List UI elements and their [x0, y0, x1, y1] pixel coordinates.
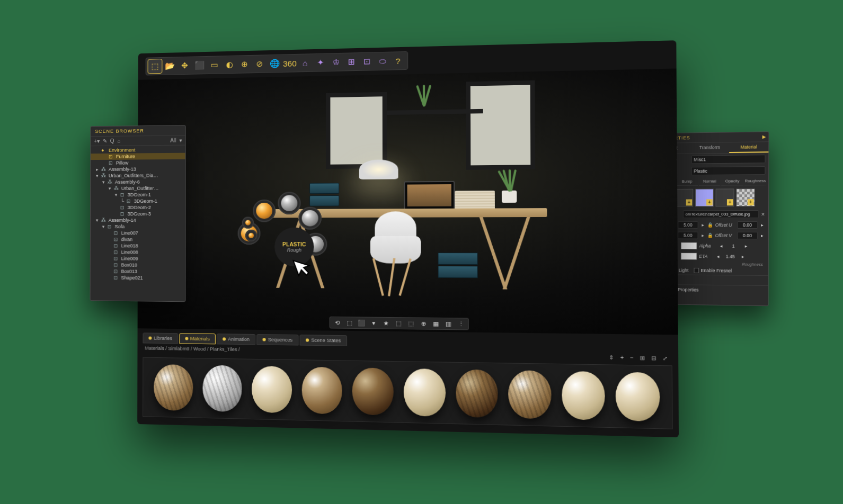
toolbar-button-0[interactable]: ⬚ [148, 59, 162, 73]
material-thumb[interactable] [562, 371, 605, 420]
tab-libraries[interactable]: Libraries [143, 332, 178, 344]
material-thumb[interactable] [154, 364, 193, 411]
viewport-tool-6[interactable]: ⬚ [405, 318, 417, 329]
scale-u-stepper[interactable]: ▸ [700, 222, 706, 228]
toolbar-button-14[interactable]: ⊡ [360, 54, 374, 68]
tree-item[interactable]: ▾⁂Urban_Outfitters_Dia… [91, 172, 185, 179]
tree-item[interactable]: └⊡3DGeom-1 [91, 198, 185, 204]
tree-twisty-icon[interactable]: ▾ [101, 179, 105, 185]
toolbar-button-8[interactable]: 🌐 [268, 57, 282, 71]
tree-twisty-icon[interactable]: ▾ [95, 173, 99, 178]
normal-swatch[interactable]: + [695, 189, 714, 207]
toolbar-button-13[interactable]: ⊞ [344, 55, 358, 69]
tree-item[interactable]: ▾⁂Urban_Outfitter… [91, 185, 185, 192]
material-thumb[interactable] [456, 369, 498, 418]
roughness-swatch[interactable]: + [736, 188, 755, 206]
viewport-tool-1[interactable]: ⬚ [343, 317, 356, 328]
scale-v-input[interactable]: 5.00 [678, 232, 698, 239]
scale-u-input[interactable]: 5.00 [678, 221, 698, 229]
toolbar-button-3[interactable]: ⬛ [192, 58, 206, 73]
viewport-tool-10[interactable]: ⋮ [455, 318, 467, 329]
viewport-3d[interactable]: PLASTIC Rough [138, 68, 678, 335]
material-thumb[interactable] [404, 368, 446, 417]
tree-item[interactable]: ▸⁂Assembly-13 [91, 166, 185, 173]
toolbar-button-16[interactable]: ? [391, 53, 405, 68]
map-tab-roughness[interactable]: Roughness [744, 177, 767, 185]
bump-swatch[interactable]: + [675, 189, 694, 207]
material-thumb[interactable] [202, 365, 242, 412]
toolbar-button-1[interactable]: 📂 [163, 59, 176, 73]
tree-item[interactable]: ⊡Line018 [91, 242, 185, 249]
map-tab-normal[interactable]: Normal [699, 178, 721, 186]
material-thumb[interactable] [616, 372, 660, 422]
tree-item[interactable]: ⊡Pillow [91, 159, 185, 166]
radial-option-chrome[interactable] [298, 207, 322, 230]
lock-v-icon[interactable]: 🔒 [707, 233, 713, 238]
toolbar-button-12[interactable]: ♔ [329, 55, 343, 69]
toolbar-button-7[interactable]: ⊘ [252, 57, 267, 71]
sb-edit-icon[interactable]: ✎ [103, 138, 107, 144]
type-select[interactable]: Plastic [691, 166, 766, 175]
alpha-dec[interactable]: ◂ [718, 244, 724, 249]
tab-animation[interactable]: Animation [217, 334, 255, 345]
radial-option-small-1[interactable] [242, 217, 254, 228]
strip-tool-icons[interactable]: ⇕ + − ⊞ ⊟ ⤢ [609, 354, 670, 361]
sb-search-icon[interactable]: Q [110, 138, 114, 144]
material-strip[interactable] [143, 357, 672, 429]
tree-item[interactable]: ⊡3DGeom-3 [91, 211, 185, 217]
eta-value[interactable]: 1.45 [722, 254, 739, 259]
tree-item[interactable]: ▾⁂Assembly-6 [91, 178, 185, 185]
lock-u-icon[interactable]: 🔒 [707, 222, 713, 228]
tree-twisty-icon[interactable]: └ [120, 199, 125, 204]
toolbar-button-4[interactable]: ▭ [207, 58, 221, 72]
toolbar-button-5[interactable]: ◐ [223, 58, 236, 72]
tree-item[interactable]: ⊡Line007 [91, 230, 185, 237]
reflection-chip[interactable] [681, 253, 697, 260]
panel-collapse-icon[interactable]: ▶ [762, 134, 767, 139]
sb-filter-chevron-icon[interactable]: ▾ [179, 137, 182, 143]
tree-item[interactable]: ⊡Line008 [91, 249, 185, 256]
scene-browser-panel[interactable]: Scene Browser +▾ ✎ Q ⌂ All ▾ ●Environmen… [90, 125, 186, 302]
toolbar-button-15[interactable]: ⬭ [375, 54, 389, 68]
viewport-tool-3[interactable]: ▾ [368, 318, 380, 329]
radial-option-small-2[interactable] [245, 230, 257, 241]
offset-u-input[interactable]: 0.00 [737, 221, 758, 229]
eta-dec[interactable]: ◂ [715, 254, 721, 259]
opacity-swatch[interactable]: + [716, 188, 734, 206]
radial-option-glass[interactable] [278, 192, 300, 214]
name-input[interactable]: Misc1 [691, 155, 766, 164]
tab-materials[interactable]: Materials [179, 333, 216, 344]
toolbar-button-9[interactable]: 360 [283, 56, 297, 70]
viewport-tool-5[interactable]: ⬚ [392, 318, 404, 329]
offset-u-stepper[interactable]: ▸ [760, 222, 765, 228]
tree-item[interactable]: ▾⁂Assembly-14 [91, 217, 185, 223]
tree-item[interactable]: ⊡3DGeom-2 [91, 204, 185, 211]
tree-item[interactable]: ⊡divan [91, 236, 185, 243]
tab-scene-states[interactable]: Scene States [300, 335, 347, 346]
toolbar-button-6[interactable]: ⊕ [237, 57, 251, 71]
material-thumb[interactable] [301, 367, 342, 415]
tree-twisty-icon[interactable]: ▾ [114, 192, 118, 197]
tree-item[interactable]: ▾⊡Sofa [91, 223, 185, 230]
material-thumb[interactable] [508, 370, 551, 419]
tree-twisty-icon[interactable]: ▸ [95, 167, 99, 172]
tree-item[interactable]: ⊡Line009 [91, 255, 185, 262]
viewport-tool-0[interactable]: ⟲ [331, 317, 343, 328]
eta-inc[interactable]: ▸ [740, 254, 746, 259]
map-tab-bump[interactable]: Bump [676, 178, 698, 186]
sb-home-icon[interactable]: ⌂ [118, 138, 121, 144]
sb-add-icon[interactable]: +▾ [94, 138, 100, 144]
viewport-tool-9[interactable]: ▥ [442, 318, 455, 329]
tab-sequences[interactable]: Sequences [256, 334, 298, 345]
offset-v-stepper[interactable]: ▸ [760, 233, 765, 238]
tree-twisty-icon[interactable]: ▾ [95, 218, 99, 223]
viewport-tool-8[interactable]: ▦ [430, 318, 442, 329]
viewport-tool-4[interactable]: ★ [380, 318, 392, 329]
alpha-inc[interactable]: ▸ [743, 244, 749, 249]
color-chip[interactable] [681, 242, 697, 249]
alpha-value[interactable]: 1 [725, 244, 742, 249]
prop-tab-material[interactable]: Material [729, 142, 768, 153]
tree-item[interactable]: ▾⊡3DGeom-1 [91, 192, 185, 199]
tree-twisty-icon[interactable]: ▾ [101, 224, 105, 229]
material-breadcrumb[interactable]: Materials / SimlabmtI / Wood / Planks_Ti… [145, 346, 239, 353]
